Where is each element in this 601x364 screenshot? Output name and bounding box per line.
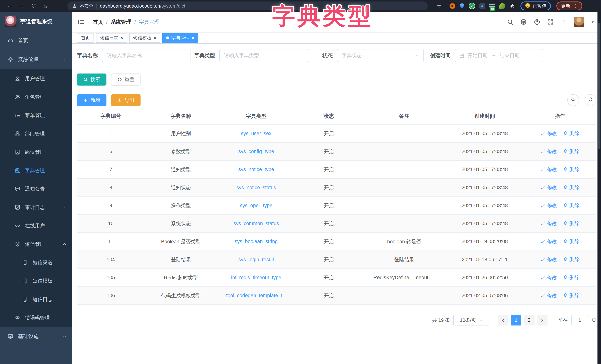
ext-orange-icon[interactable] <box>450 3 455 9</box>
app-logo[interactable]: 芋道管理系统 <box>0 12 72 31</box>
tab-短信日志[interactable]: 短信日志× <box>96 33 127 43</box>
dict-type-link[interactable]: tool_codegen_template_t... <box>226 293 286 298</box>
goto-page-input[interactable] <box>571 315 588 325</box>
delete-link[interactable]: 删除 <box>563 238 579 245</box>
tab-字典管理[interactable]: 字典管理× <box>162 33 198 43</box>
tab-close-icon[interactable]: × <box>192 36 195 40</box>
breadcrumb-item-home[interactable]: 首页 <box>93 19 103 26</box>
edit-link[interactable]: 修改 <box>541 130 557 137</box>
sidebar-item[interactable]: 岗位管理 <box>0 143 72 161</box>
dict-type-link[interactable]: sys_config_type <box>238 149 274 154</box>
sidebar-item[interactable]: 错误码管理 <box>0 308 72 327</box>
font-size-icon[interactable]: tT <box>560 19 567 25</box>
page-2-button[interactable]: 2 <box>524 315 534 325</box>
browser-back-icon[interactable]: ← <box>5 3 15 9</box>
sidebar-item[interactable]: 用户管理 <box>0 70 72 88</box>
extension-paused-pill[interactable]: 已暂停 <box>521 1 551 10</box>
edit-link[interactable]: 修改 <box>541 238 557 245</box>
delete-link[interactable]: 删除 <box>563 184 579 191</box>
search-icon[interactable] <box>507 19 514 25</box>
dict-name-input[interactable] <box>102 49 191 62</box>
sidebar-item[interactable]: 通知公告 <box>0 180 72 198</box>
ext-green-z-icon[interactable]: Z <box>469 3 475 9</box>
dict-type-link[interactable]: sys_common_status <box>233 221 279 226</box>
tab-短信模板[interactable]: 短信模板× <box>129 33 160 43</box>
browser-menu-icon[interactable]: ⋮ <box>573 3 578 9</box>
sidebar-item[interactable]: 角色管理 <box>0 88 72 106</box>
dict-type-link[interactable]: sys_user_sex <box>241 131 271 136</box>
toggle-search-button[interactable] <box>567 94 579 106</box>
edit-link[interactable]: 修改 <box>541 256 557 263</box>
add-button-label: 新增 <box>90 97 100 103</box>
delete-link[interactable]: 删除 <box>563 148 579 155</box>
sidebar-item[interactable]: 短信渠道 <box>0 253 72 272</box>
export-button[interactable]: 导出 <box>111 94 140 106</box>
sidebar-item[interactable]: 审计日志 <box>0 198 72 216</box>
reset-button[interactable]: 重置 <box>111 73 140 85</box>
tab-首页[interactable]: 首页 <box>77 33 94 43</box>
ext-on-icon[interactable]: on <box>489 3 495 9</box>
delete-link[interactable]: 删除 <box>563 130 579 137</box>
edit-link[interactable]: 修改 <box>541 184 557 191</box>
edit-link[interactable]: 修改 <box>541 148 557 155</box>
date-range-picker[interactable]: 开始日期 ~ 结束日期 <box>455 49 543 62</box>
dict-type-input[interactable] <box>219 49 308 62</box>
delete-link[interactable]: 删除 <box>563 202 579 209</box>
ext-blue-tool-icon[interactable]: ◆ <box>479 3 485 9</box>
user-avatar[interactable] <box>574 17 584 27</box>
sidebar-item[interactable]: 菜单管理 <box>0 106 72 124</box>
sidebar-item[interactable]: 短信日志 <box>0 290 72 308</box>
fullscreen-icon[interactable] <box>547 19 554 25</box>
page-size-select[interactable]: 10条/页 <box>453 315 490 325</box>
status-select[interactable]: 字典状态 <box>337 49 424 62</box>
github-icon[interactable] <box>520 19 527 25</box>
browser-reload-icon[interactable] <box>28 3 39 9</box>
delete-link[interactable]: 删除 <box>563 292 579 299</box>
dict-type-link[interactable]: sys_notice_type <box>238 167 274 172</box>
help-icon[interactable] <box>534 19 541 25</box>
browser-home-icon[interactable]: ⌂ <box>40 3 50 9</box>
next-page-button[interactable]: › <box>537 315 548 325</box>
sidebar-item[interactable]: 基础设施 <box>0 327 72 346</box>
breadcrumb-item-system[interactable]: 系统管理 <box>111 19 131 26</box>
ext-green-leaf-icon[interactable] <box>499 3 505 9</box>
sidebar-item[interactable]: 短信模板 <box>0 272 72 290</box>
edit-link[interactable]: 修改 <box>541 292 557 299</box>
dict-type-link[interactable]: sys_boolean_string <box>235 239 278 244</box>
add-button[interactable]: 新增 <box>77 94 106 106</box>
dict-type-link[interactable]: inf_redis_timeout_type <box>231 275 281 280</box>
delete-link[interactable]: 删除 <box>563 220 579 227</box>
sidebar-toggle-icon[interactable] <box>77 19 84 25</box>
chevron-down-icon[interactable] <box>591 20 595 24</box>
tab-close-icon[interactable]: × <box>153 36 156 40</box>
search-button[interactable]: 搜索 <box>77 73 106 85</box>
edit-link[interactable]: 修改 <box>541 166 557 173</box>
sidebar-item[interactable]: 短信管理 <box>0 235 72 253</box>
address-bar[interactable]: ⚠ 不安全 dashboard.yudao.iocoder.cn/system/… <box>67 1 428 10</box>
sidebar-item[interactable]: 首页 <box>0 31 72 50</box>
sidebar-item[interactable]: 字典管理 <box>0 161 72 180</box>
browser-forward-icon[interactable]: → <box>17 3 27 9</box>
browser-update-button[interactable]: 更新 ⋮ <box>556 1 582 10</box>
edit-link[interactable]: 修改 <box>541 220 557 227</box>
dict-type-link[interactable]: sys_oper_type <box>240 203 272 208</box>
sidebar-item[interactable]: 部门管理 <box>0 125 72 143</box>
edit-link[interactable]: 修改 <box>541 202 557 209</box>
page-1-button[interactable]: 1 <box>511 315 521 325</box>
ext-blue-gem-icon[interactable] <box>460 3 465 9</box>
delete-link[interactable]: 删除 <box>563 274 579 281</box>
page-scrollbar[interactable] <box>598 12 601 364</box>
scrollbar-thumb[interactable] <box>598 23 600 149</box>
tab-close-icon[interactable]: × <box>120 36 123 40</box>
sidebar-item[interactable]: 系统管理 <box>0 50 72 70</box>
edit-link[interactable]: 修改 <box>541 274 557 281</box>
extensions-puzzle-icon[interactable] <box>509 3 515 9</box>
delete-link[interactable]: 删除 <box>563 256 579 263</box>
bookmark-star-icon[interactable]: ☆ <box>434 3 444 10</box>
refresh-table-button[interactable] <box>584 94 596 106</box>
delete-link[interactable]: 删除 <box>563 166 579 173</box>
dict-type-link[interactable]: sys_notice_status <box>236 185 276 190</box>
sidebar-item[interactable]: 在线用户 <box>0 217 72 235</box>
dict-type-link[interactable]: sys_login_result <box>238 257 274 262</box>
prev-page-button[interactable]: ‹ <box>498 315 508 325</box>
